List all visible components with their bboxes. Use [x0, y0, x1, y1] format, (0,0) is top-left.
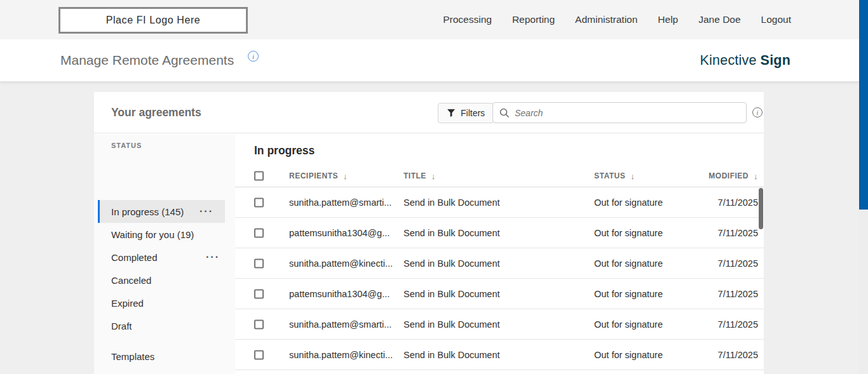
page-title: Manage Remote Agreements [60, 39, 234, 81]
top-bar: Place FI Logo Here Processing Reporting … [0, 0, 859, 39]
row-modified: 7/11/2025 [718, 319, 758, 330]
nav-help[interactable]: Help [658, 14, 678, 25]
status-section-label: STATUS [111, 142, 142, 149]
table-row[interactable]: sunitha.pattem@kinecti... Send in Bulk D… [235, 340, 764, 370]
column-header-title[interactable]: TITLE ↓ [403, 171, 436, 180]
table-scrollbar-thumb[interactable] [759, 188, 763, 229]
row-checkbox[interactable] [254, 258, 264, 268]
sidebar-item-templates[interactable]: Templates [94, 345, 235, 368]
nav-user-jane-doe[interactable]: Jane Doe [698, 14, 740, 25]
row-modified: 7/11/2025 [718, 289, 758, 299]
table-row[interactable]: pattemsunitha1304@g... Send in Bulk Docu… [235, 279, 764, 309]
top-nav: Processing Reporting Administration Help… [443, 0, 791, 39]
brand-name-bold: Sign [761, 53, 790, 69]
page-title-bar: Manage Remote Agreements i Kinective Sig… [0, 39, 859, 81]
row-title: Send in Bulk Document [403, 228, 500, 238]
panel-title: Your agreements [111, 92, 201, 133]
panel-header: Your agreements Filters i [94, 92, 764, 133]
nav-administration[interactable]: Administration [575, 14, 637, 25]
row-title: Send in Bulk Document [403, 289, 500, 299]
select-all-checkbox[interactable] [254, 171, 264, 180]
page-scrollbar-thumb[interactable] [859, 0, 868, 210]
nav-logout[interactable]: Logout [761, 14, 791, 25]
sort-desc-icon[interactable]: ↓ [343, 171, 348, 180]
row-title: Send in Bulk Document [403, 319, 500, 330]
agreements-panel: Your agreements Filters i STATUS In pro [94, 92, 764, 374]
row-status: Out for signature [594, 350, 663, 360]
search-box [492, 102, 747, 123]
fi-logo-text: Place FI Logo Here [106, 15, 201, 26]
panel-info-icon[interactable]: i [752, 107, 763, 117]
row-recipient: pattemsunitha1304@g... [289, 289, 390, 299]
row-recipient: sunitha.pattem@smarti... [289, 319, 391, 330]
in-progress-overflow-menu-icon[interactable]: ··· [200, 208, 214, 215]
agreements-table: In progress RECIPIENTS ↓ TITLE ↓ STATUS … [235, 134, 764, 374]
completed-overflow-menu-icon[interactable]: ··· [206, 254, 220, 260]
column-header-recipients[interactable]: RECIPIENTS ↓ [289, 171, 348, 180]
brand-name-regular: Kinective [700, 53, 757, 69]
row-status: Out for signature [594, 319, 663, 330]
sort-desc-icon[interactable]: ↓ [630, 171, 635, 180]
row-checkbox[interactable] [254, 228, 264, 237]
row-status: Out for signature [594, 258, 663, 269]
table-row[interactable]: pattemsunitha1304@g... Send in Bulk Docu… [235, 218, 764, 248]
sort-desc-icon[interactable]: ↓ [754, 171, 758, 180]
row-modified: 7/11/2025 [718, 197, 758, 208]
row-modified: 7/11/2025 [718, 228, 758, 238]
row-checkbox[interactable] [254, 319, 264, 329]
table-row[interactable]: sunitha.pattem@smarti... Send in Bulk Do… [235, 309, 764, 340]
table-row[interactable]: sunitha.pattem@kinecti... Send in Bulk D… [235, 248, 764, 279]
page-info-icon[interactable]: i [248, 51, 259, 62]
row-status: Out for signature [594, 197, 663, 208]
filter-funnel-icon [447, 109, 456, 117]
row-recipient: sunitha.pattem@kinecti... [289, 350, 393, 360]
row-checkbox[interactable] [254, 197, 264, 207]
nav-reporting[interactable]: Reporting [512, 14, 555, 25]
row-status: Out for signature [594, 228, 663, 238]
row-modified: 7/11/2025 [718, 258, 758, 269]
brand-logo: Kinective Sign [700, 39, 790, 81]
table-header-row: RECIPIENTS ↓ TITLE ↓ STATUS ↓ MODIFIED ↓ [235, 164, 764, 187]
row-title: Send in Bulk Document [403, 258, 500, 269]
row-recipient: pattemsunitha1304@g... [289, 228, 390, 238]
column-header-status[interactable]: STATUS ↓ [594, 171, 635, 180]
fi-logo-placeholder: Place FI Logo Here [58, 7, 248, 34]
sidebar-item-in-progress[interactable]: In progress (145) ··· [98, 200, 225, 223]
row-checkbox[interactable] [254, 350, 264, 359]
row-title: Send in Bulk Document [403, 197, 500, 208]
search-icon [499, 108, 510, 118]
row-recipient: sunitha.pattem@kinecti... [289, 258, 393, 269]
sidebar-item-expired[interactable]: Expired [94, 291, 235, 314]
table-row[interactable]: sunitha.pattem@smarti... Send in Bulk Do… [235, 187, 764, 218]
screen: Place FI Logo Here Processing Reporting … [0, 0, 868, 374]
sidebar-item-draft[interactable]: Draft [94, 314, 235, 337]
filters-button-label: Filters [461, 108, 485, 118]
row-checkbox[interactable] [254, 289, 264, 298]
sort-desc-icon[interactable]: ↓ [431, 171, 436, 180]
sidebar-item-web-forms[interactable]: Web forms [94, 368, 235, 374]
sidebar-item-canceled[interactable]: Canceled [94, 269, 235, 291]
status-sidebar: STATUS In progress (145) ··· Waiting for… [94, 134, 235, 374]
table-title: In progress [254, 144, 315, 157]
row-status: Out for signature [594, 289, 663, 299]
nav-processing[interactable]: Processing [443, 14, 492, 25]
sidebar-item-waiting-for-you[interactable]: Waiting for you (19) [94, 223, 235, 246]
search-input[interactable] [515, 108, 740, 118]
sidebar-item-completed[interactable]: Completed ··· [94, 246, 235, 269]
row-modified: 7/11/2025 [718, 350, 758, 360]
column-header-modified[interactable]: MODIFIED ↓ [709, 171, 758, 180]
table-rows: sunitha.pattem@smarti... Send in Bulk Do… [235, 187, 764, 370]
filters-button[interactable]: Filters [438, 103, 494, 123]
page-scrollbar [859, 0, 868, 374]
row-recipient: sunitha.pattem@smarti... [289, 197, 391, 208]
row-title: Send in Bulk Document [403, 350, 500, 360]
